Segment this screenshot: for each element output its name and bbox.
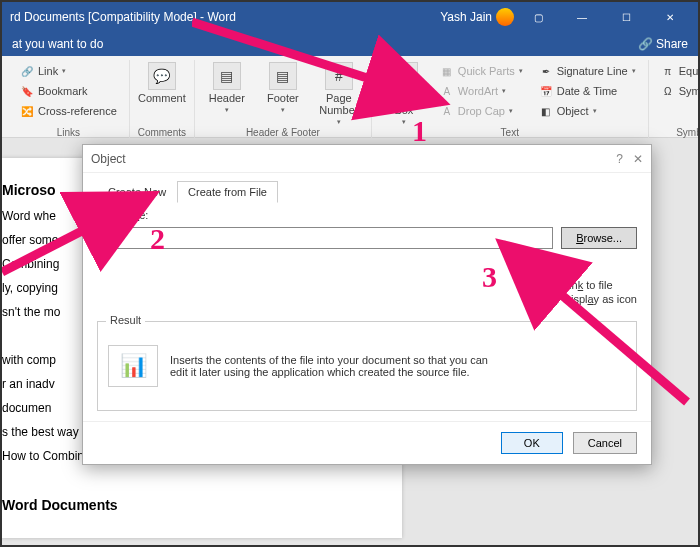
maximize-button[interactable]: ☐	[606, 3, 646, 31]
close-button[interactable]: ✕	[650, 3, 690, 31]
user-name: Yash Jain	[440, 10, 492, 24]
text-box-button[interactable]: AText Box▾	[378, 60, 430, 128]
date-time-button[interactable]: 📅Date & Time	[535, 82, 640, 100]
window-title: rd Documents [Compatibility Mode] - Word	[10, 10, 236, 24]
wordart-button[interactable]: AWordArt▾	[436, 82, 527, 100]
doc-heading: Word Documents	[2, 495, 386, 516]
share-button[interactable]: 🔗 Share	[638, 37, 688, 51]
checkbox-icon	[545, 293, 557, 305]
dialog-help-button[interactable]: ?	[616, 152, 623, 166]
ribbon-group-label: Header & Footer	[246, 127, 320, 138]
signature-icon: ✒	[539, 64, 553, 78]
link-icon: 🔗	[20, 64, 34, 78]
tab-create-from-file[interactable]: Create from File	[177, 181, 278, 203]
browse-button[interactable]: Browse...	[561, 227, 637, 249]
ribbon-group-symbols: πEquation▾ ΩSymbol▾ Symbols	[649, 60, 700, 138]
result-icon: 📊	[108, 345, 158, 387]
ribbon-group-text: AText Box▾ ▦Quick Parts▾ AWordArt▾ ADrop…	[372, 60, 649, 138]
wordart-icon: A	[440, 84, 454, 98]
signature-line-button[interactable]: ✒Signature Line▾	[535, 62, 640, 80]
result-label: Result	[106, 314, 145, 326]
drop-cap-icon: A	[440, 104, 454, 118]
result-text: Inserts the contents of the file into yo…	[170, 354, 500, 378]
page-number-icon: #	[325, 62, 353, 90]
date-time-icon: 📅	[539, 84, 553, 98]
title-bar: rd Documents [Compatibility Mode] - Word…	[2, 2, 698, 32]
tell-me-bar: at you want to do 🔗 Share	[2, 32, 698, 56]
link-button[interactable]: 🔗Link▾	[16, 62, 121, 80]
object-button[interactable]: ◧Object▾	[535, 102, 640, 120]
symbol-button[interactable]: ΩSymbol▾	[657, 82, 700, 100]
footer-button[interactable]: ▤Footer▾	[257, 60, 309, 116]
dialog-tabs: CCreate Newreate New Create from File	[97, 181, 637, 203]
drop-cap-button[interactable]: ADrop Cap▾	[436, 102, 527, 120]
display-as-icon-checkbox[interactable]: Display as icon	[545, 293, 637, 305]
dialog-title-bar: Object ? ✕	[83, 145, 651, 173]
filename-input[interactable]	[97, 227, 553, 249]
header-button[interactable]: ▤Header▾	[201, 60, 253, 116]
ribbon-group-links: 🔗Link▾ 🔖Bookmark 🔀Cross-reference Links	[8, 60, 130, 138]
minimize-button[interactable]: —	[562, 3, 602, 31]
user-avatar[interactable]	[496, 8, 514, 26]
dialog-title: Object	[91, 152, 126, 166]
bookmark-icon: 🔖	[20, 84, 34, 98]
symbol-icon: Ω	[661, 84, 675, 98]
ribbon-group-label: Symbols	[676, 127, 700, 138]
comment-button[interactable]: 💬 Comment	[136, 60, 188, 106]
comment-icon: 💬	[148, 62, 176, 90]
quick-parts-icon: ▦	[440, 64, 454, 78]
bookmark-button[interactable]: 🔖Bookmark	[16, 82, 121, 100]
footer-icon: ▤	[269, 62, 297, 90]
tab-create-new[interactable]: CCreate Newreate New	[97, 181, 177, 203]
dialog-close-button[interactable]: ✕	[633, 152, 643, 166]
equation-button[interactable]: πEquation▾	[657, 62, 700, 80]
ribbon-group-label: Comments	[138, 127, 186, 138]
ok-button[interactable]: OK	[501, 432, 563, 454]
ribbon-group-comments: 💬 Comment Comments	[130, 60, 195, 138]
quick-parts-button[interactable]: ▦Quick Parts▾	[436, 62, 527, 80]
header-icon: ▤	[213, 62, 241, 90]
link-to-file-checkbox[interactable]: Link to file	[545, 279, 637, 291]
text-box-icon: A	[390, 62, 418, 90]
ribbon-group-label: Links	[57, 127, 80, 138]
ribbon: 🔗Link▾ 🔖Bookmark 🔀Cross-reference Links …	[2, 56, 698, 138]
ribbon-group-label: Text	[501, 127, 519, 138]
cross-reference-button[interactable]: 🔀Cross-reference	[16, 102, 121, 120]
result-box: Result 📊 Inserts the contents of the fil…	[97, 321, 637, 411]
page-number-button[interactable]: #Page Number▾	[313, 60, 365, 128]
ribbon-group-header-footer: ▤Header▾ ▤Footer▾ #Page Number▾ Header &…	[195, 60, 372, 138]
checkbox-icon	[545, 279, 557, 291]
equation-icon: π	[661, 64, 675, 78]
ribbon-display-icon[interactable]: ▢	[518, 3, 558, 31]
tell-me-input[interactable]: at you want to do	[12, 37, 103, 51]
cancel-button[interactable]: Cancel	[573, 432, 637, 454]
filename-label: File name:	[97, 209, 637, 221]
crossref-icon: 🔀	[20, 104, 34, 118]
object-icon: ◧	[539, 104, 553, 118]
object-dialog: Object ? ✕ CCreate Newreate New Create f…	[82, 144, 652, 465]
